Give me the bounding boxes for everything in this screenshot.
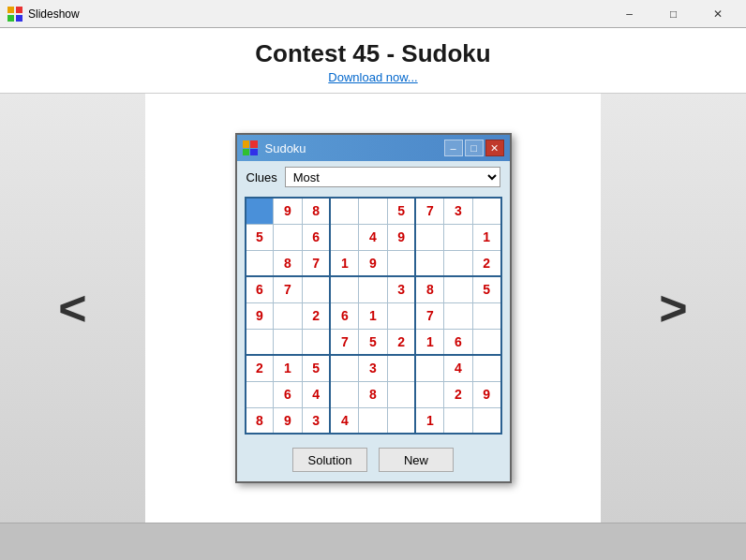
sudoku-cell-3-3[interactable] (330, 276, 358, 302)
sudoku-cell-1-7[interactable] (444, 224, 472, 250)
sudoku-cell-8-1[interactable]: 9 (274, 407, 302, 434)
sudoku-cell-1-0[interactable]: 5 (246, 224, 274, 250)
sudoku-cell-8-4[interactable] (359, 407, 387, 434)
page-header: Contest 45 - Sudoku Download now... (0, 28, 746, 94)
sudoku-cell-1-6[interactable] (415, 224, 443, 250)
sudoku-cell-6-2[interactable]: 5 (302, 355, 330, 381)
sudoku-cell-2-0[interactable] (246, 250, 274, 276)
sudoku-cell-6-7[interactable]: 4 (444, 355, 472, 381)
sudoku-cell-6-1[interactable]: 1 (274, 355, 302, 381)
sudoku-cell-3-0[interactable]: 6 (246, 276, 274, 302)
sudoku-cell-4-2[interactable]: 2 (302, 302, 330, 329)
close-button[interactable]: ✕ (696, 5, 739, 23)
sudoku-cell-5-2[interactable] (302, 329, 330, 355)
sudoku-cell-5-0[interactable] (246, 329, 274, 355)
sudoku-cell-5-8[interactable] (472, 329, 500, 355)
sudoku-cell-4-8[interactable] (472, 302, 500, 329)
download-link[interactable]: Download now... (328, 70, 417, 84)
sudoku-cell-0-1[interactable]: 9 (274, 198, 302, 224)
sudoku-cell-3-5[interactable]: 3 (387, 276, 415, 302)
sudoku-cell-8-6[interactable]: 1 (415, 407, 443, 434)
sudoku-cell-0-0[interactable] (246, 198, 274, 224)
sudoku-cell-8-3[interactable]: 4 (330, 407, 358, 434)
sudoku-cell-4-3[interactable]: 6 (330, 302, 358, 329)
sudoku-cell-4-0[interactable]: 9 (246, 302, 274, 329)
sudoku-cell-1-4[interactable]: 4 (359, 224, 387, 250)
sudoku-cell-3-2[interactable] (302, 276, 330, 302)
sudoku-cell-8-0[interactable]: 8 (246, 407, 274, 434)
sudoku-cell-7-7[interactable]: 2 (444, 381, 472, 407)
sudoku-cell-6-6[interactable] (415, 355, 443, 381)
prev-button[interactable]: < (0, 94, 145, 523)
sudoku-cell-7-4[interactable]: 8 (359, 381, 387, 407)
sudoku-cell-7-3[interactable] (330, 381, 358, 407)
maximize-button[interactable]: □ (652, 5, 694, 23)
sudoku-cell-4-1[interactable] (274, 302, 302, 329)
sudoku-cell-0-7[interactable]: 3 (444, 198, 472, 224)
sudoku-cell-2-6[interactable] (415, 250, 443, 276)
sudoku-cell-7-6[interactable] (415, 381, 443, 407)
sudoku-cell-2-8[interactable]: 2 (472, 250, 500, 276)
sudoku-cell-5-3[interactable]: 7 (330, 329, 358, 355)
sudoku-cell-6-3[interactable] (330, 355, 358, 381)
sudoku-cell-0-8[interactable] (472, 198, 500, 224)
sudoku-cell-7-5[interactable] (387, 381, 415, 407)
sudoku-cell-7-8[interactable]: 9 (472, 381, 500, 407)
sudoku-cell-2-1[interactable]: 8 (274, 250, 302, 276)
sudoku-cell-3-8[interactable]: 5 (472, 276, 500, 302)
sudoku-cell-0-3[interactable] (330, 198, 358, 224)
sudoku-cell-3-4[interactable] (359, 276, 387, 302)
sudoku-cell-2-2[interactable]: 7 (302, 250, 330, 276)
sudoku-cell-2-7[interactable] (444, 250, 472, 276)
sudoku-cell-0-4[interactable] (359, 198, 387, 224)
clues-select[interactable]: Most Some Few (285, 167, 500, 187)
sudoku-cell-5-1[interactable] (274, 329, 302, 355)
sudoku-cell-4-6[interactable]: 7 (415, 302, 443, 329)
sudoku-cell-5-7[interactable]: 6 (444, 329, 472, 355)
sudoku-maximize-button[interactable]: □ (465, 140, 484, 156)
sudoku-window-controls: – □ ✕ (444, 140, 504, 156)
next-button[interactable]: > (601, 94, 746, 523)
solution-button[interactable]: Solution (292, 448, 367, 472)
sudoku-cell-4-4[interactable]: 1 (359, 302, 387, 329)
new-button[interactable]: New (379, 448, 454, 472)
sudoku-cell-5-4[interactable]: 5 (359, 329, 387, 355)
sudoku-cell-6-8[interactable] (472, 355, 500, 381)
sudoku-window-title: Sudoku (265, 141, 444, 155)
sudoku-cell-2-3[interactable]: 1 (330, 250, 358, 276)
sudoku-cell-5-5[interactable]: 2 (387, 329, 415, 355)
sudoku-cell-4-5[interactable] (387, 302, 415, 329)
sudoku-minimize-button[interactable]: – (444, 140, 463, 156)
sudoku-cell-3-1[interactable]: 7 (274, 276, 302, 302)
app-icon (7, 7, 22, 22)
sudoku-cell-6-4[interactable]: 3 (359, 355, 387, 381)
sudoku-cell-6-0[interactable]: 2 (246, 355, 274, 381)
sudoku-cell-1-1[interactable] (274, 224, 302, 250)
bottom-bar (0, 523, 746, 560)
sudoku-cell-5-6[interactable]: 1 (415, 329, 443, 355)
sudoku-grid: 9857356491871926738592617752162153464829… (245, 197, 502, 435)
sudoku-cell-8-2[interactable]: 3 (302, 407, 330, 434)
sudoku-close-button[interactable]: ✕ (485, 140, 504, 156)
sudoku-cell-7-0[interactable] (246, 381, 274, 407)
sudoku-cell-4-7[interactable] (444, 302, 472, 329)
sudoku-cell-7-1[interactable]: 6 (274, 381, 302, 407)
sudoku-cell-8-7[interactable] (444, 407, 472, 434)
sudoku-cell-2-5[interactable] (387, 250, 415, 276)
sudoku-cell-3-6[interactable]: 8 (415, 276, 443, 302)
minimize-button[interactable]: – (608, 5, 650, 23)
sudoku-cell-8-5[interactable] (387, 407, 415, 434)
sudoku-cell-1-3[interactable] (330, 224, 358, 250)
sudoku-cell-2-4[interactable]: 9 (359, 250, 387, 276)
sudoku-cell-6-5[interactable] (387, 355, 415, 381)
sudoku-cell-0-6[interactable]: 7 (415, 198, 443, 224)
sudoku-cell-3-7[interactable] (444, 276, 472, 302)
sudoku-cell-7-2[interactable]: 4 (302, 381, 330, 407)
sudoku-cell-1-8[interactable]: 1 (472, 224, 500, 250)
sudoku-cell-0-2[interactable]: 8 (302, 198, 330, 224)
sudoku-cell-1-5[interactable]: 9 (387, 224, 415, 250)
sudoku-cell-0-5[interactable]: 5 (387, 198, 415, 224)
sudoku-cell-1-2[interactable]: 6 (302, 224, 330, 250)
app-title: Slideshow (28, 7, 608, 21)
sudoku-cell-8-8[interactable] (472, 407, 500, 434)
